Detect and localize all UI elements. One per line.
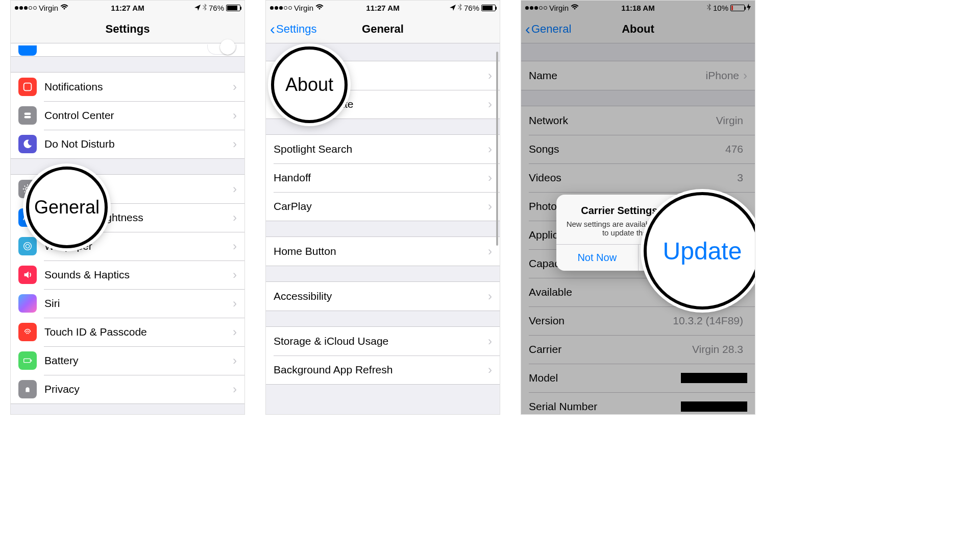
row-model: Model bbox=[521, 364, 755, 392]
chevron-right-icon: › bbox=[488, 97, 492, 111]
row-songs: Songs476 bbox=[521, 135, 755, 163]
chevron-right-icon: › bbox=[488, 68, 492, 83]
chevron-right-icon: › bbox=[488, 244, 492, 258]
scroll-indicator bbox=[496, 52, 498, 246]
status-bar: Virgin 11:18 AM 10% bbox=[521, 1, 755, 15]
row-label: Songs bbox=[529, 143, 725, 155]
nav-bar: ‹ General About bbox=[521, 15, 755, 43]
status-time: 11:27 AM bbox=[366, 4, 399, 12]
row-label: Touch ID & Passcode bbox=[44, 326, 233, 338]
row-storage-icloud-usage[interactable]: Storage & iCloud Usage› bbox=[266, 327, 500, 356]
row-label: Carrier bbox=[529, 343, 692, 356]
chevron-right-icon: › bbox=[743, 68, 747, 83]
row-battery[interactable]: Battery› bbox=[11, 346, 244, 375]
status-bar: Virgin 11:27 AM 76% bbox=[11, 1, 244, 15]
row-value: 3 bbox=[737, 172, 743, 184]
row-background-app-refresh[interactable]: Background App Refresh› bbox=[266, 356, 500, 384]
svg-point-3 bbox=[26, 187, 29, 191]
row-sounds-haptics[interactable]: Sounds & Haptics› bbox=[11, 260, 244, 289]
chevron-right-icon: › bbox=[233, 80, 237, 94]
row-label: Network bbox=[529, 114, 716, 127]
back-button[interactable]: ‹ Settings bbox=[270, 21, 317, 37]
wifi-icon bbox=[60, 4, 68, 12]
back-button[interactable]: ‹ General bbox=[525, 21, 571, 37]
chevron-right-icon: › bbox=[488, 334, 492, 348]
row-notifications[interactable]: Notifications› bbox=[11, 73, 244, 101]
chevron-right-icon: › bbox=[488, 171, 492, 185]
partial-toggle bbox=[207, 44, 237, 55]
row-label: Storage & iCloud Usage bbox=[274, 335, 488, 347]
redacted-value bbox=[681, 401, 747, 412]
chevron-right-icon: › bbox=[233, 382, 237, 396]
signal-dots bbox=[15, 6, 37, 10]
battery-icon bbox=[226, 5, 240, 11]
signal-dots bbox=[525, 6, 547, 10]
redacted-value bbox=[681, 373, 747, 383]
row-label: Siri bbox=[44, 297, 233, 310]
control-center-icon bbox=[18, 106, 37, 125]
row-label: Background App Refresh bbox=[274, 364, 488, 376]
row-value: Virgin bbox=[716, 114, 743, 127]
row-label: Do Not Disturb bbox=[44, 138, 233, 150]
screen-about: Virgin 11:18 AM 10% ‹ General bbox=[521, 0, 755, 415]
chevron-right-icon: › bbox=[233, 210, 237, 225]
row-name[interactable]: NameiPhone› bbox=[521, 61, 755, 90]
svg-rect-1 bbox=[24, 113, 31, 115]
chevron-right-icon: › bbox=[488, 363, 492, 377]
touch-id-passcode-icon bbox=[18, 323, 37, 341]
status-time: 11:27 AM bbox=[111, 4, 144, 12]
svg-point-6 bbox=[26, 244, 29, 248]
screen-general: Virgin 11:27 AM 76% ‹ Settings bbox=[265, 0, 500, 415]
bluetooth-icon bbox=[707, 4, 711, 12]
row-control-center[interactable]: Control Center› bbox=[11, 101, 244, 130]
screen-settings: Virgin 11:27 AM 76% Settings bbox=[10, 0, 245, 415]
do-not-disturb-icon bbox=[18, 135, 37, 153]
carrier-label: Virgin bbox=[39, 4, 58, 12]
signal-dots bbox=[270, 6, 292, 10]
status-time: 11:18 AM bbox=[621, 4, 654, 12]
row-videos: Videos3 bbox=[521, 163, 755, 192]
charging-icon bbox=[747, 4, 751, 12]
row-accessibility[interactable]: Accessibility› bbox=[266, 282, 500, 311]
chevron-left-icon: ‹ bbox=[270, 21, 275, 37]
row-handoff[interactable]: Handoff› bbox=[266, 163, 500, 192]
status-bar: Virgin 11:27 AM 76% bbox=[266, 1, 500, 15]
nav-bar: ‹ Settings General bbox=[266, 15, 500, 43]
chevron-left-icon: ‹ bbox=[525, 21, 530, 37]
row-label: Control Center bbox=[44, 109, 233, 122]
row-value: 476 bbox=[725, 143, 743, 155]
row-serial-number: Serial Number bbox=[521, 392, 755, 415]
row-label: Accessibility bbox=[274, 290, 488, 302]
svg-rect-7 bbox=[24, 359, 31, 362]
battery-pct: 76% bbox=[209, 4, 224, 12]
row-label: Serial Number bbox=[529, 400, 681, 413]
row-carrier: CarrierVirgin 28.3 bbox=[521, 335, 755, 364]
partial-icon bbox=[18, 45, 37, 56]
row-spotlight-search[interactable]: Spotlight Search› bbox=[266, 135, 500, 163]
chevron-right-icon: › bbox=[488, 142, 492, 156]
row-label: Home Button bbox=[274, 245, 488, 257]
row-value: iPhone bbox=[706, 69, 739, 82]
page-title: General bbox=[362, 22, 404, 36]
location-icon bbox=[194, 4, 201, 12]
svg-point-5 bbox=[24, 243, 32, 250]
row-siri[interactable]: Siri› bbox=[11, 289, 244, 318]
chevron-right-icon: › bbox=[488, 199, 492, 214]
svg-rect-0 bbox=[24, 83, 32, 91]
row-touch-id-passcode[interactable]: Touch ID & Passcode› bbox=[11, 318, 244, 346]
chevron-right-icon: › bbox=[233, 296, 237, 311]
battery-icon bbox=[481, 5, 496, 11]
row-label: Version bbox=[529, 315, 673, 327]
row-carplay[interactable]: CarPlay› bbox=[266, 192, 500, 221]
row-privacy[interactable]: Privacy› bbox=[11, 375, 244, 404]
carrier-label: Virgin bbox=[294, 4, 313, 12]
row-do-not-disturb[interactable]: Do Not Disturb› bbox=[11, 130, 244, 158]
row-value: Virgin 28.3 bbox=[692, 343, 743, 356]
row-network: NetworkVirgin bbox=[521, 106, 755, 135]
chevron-right-icon: › bbox=[233, 325, 237, 339]
not-now-button[interactable]: Not Now bbox=[556, 245, 638, 271]
row-label: Model bbox=[529, 372, 681, 384]
battery-pct: 76% bbox=[464, 4, 479, 12]
chevron-right-icon: › bbox=[233, 268, 237, 282]
row-home-button[interactable]: Home Button› bbox=[266, 237, 500, 266]
